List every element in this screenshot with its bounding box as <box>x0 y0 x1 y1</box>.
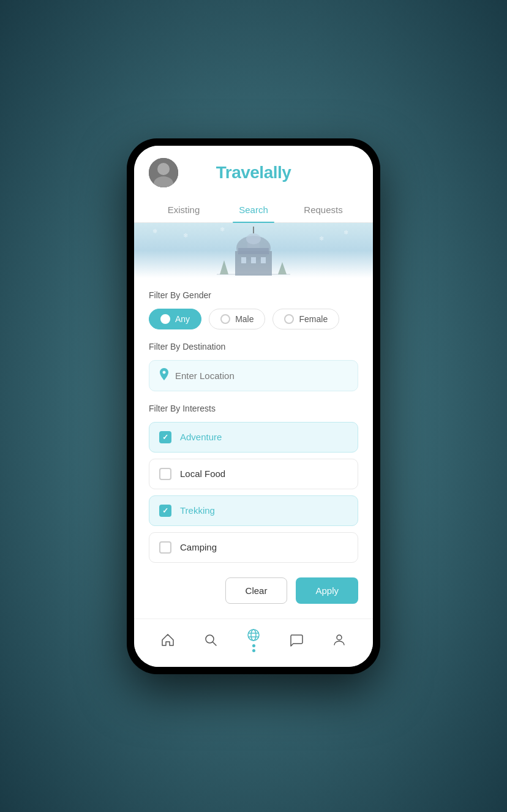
avatar[interactable] <box>149 158 178 187</box>
interest-camping-label: Camping <box>180 542 217 552</box>
interest-camping[interactable]: Camping <box>149 532 358 563</box>
gender-any-label: Any <box>175 314 190 324</box>
gender-option-any[interactable]: Any <box>149 309 201 329</box>
logo-text-main: Travel <box>216 163 264 182</box>
snowflake-1: ❄ <box>152 228 157 235</box>
checkbox-adventure: ✓ <box>159 431 171 443</box>
gender-female-label: Female <box>299 314 328 324</box>
phone-frame: Travelally Existing Search Requests ❄ ❄ … <box>127 138 380 674</box>
location-pin-icon <box>159 368 169 383</box>
interest-local-food-label: Local Food <box>180 468 225 479</box>
checkmark-trekking: ✓ <box>162 506 168 515</box>
svg-rect-9 <box>241 257 246 263</box>
checkbox-trekking: ✓ <box>159 505 171 517</box>
interests-list: ✓ Adventure Local Food ✓ Trekking Ca <box>149 422 358 563</box>
svg-rect-10 <box>251 257 256 263</box>
nav-messages[interactable] <box>289 633 304 647</box>
location-input[interactable] <box>175 370 348 381</box>
snowflake-4: ❄ <box>319 235 324 242</box>
interest-adventure[interactable]: ✓ Adventure <box>149 422 358 453</box>
bottom-nav <box>134 618 373 667</box>
radio-any <box>160 314 170 324</box>
header: Travelally <box>134 146 373 197</box>
tab-bar: Existing Search Requests <box>134 197 373 223</box>
nav-home[interactable] <box>160 633 175 647</box>
destination-filter-label: Filter By Destination <box>149 342 358 351</box>
action-buttons: Clear Apply <box>149 577 358 604</box>
search-icon <box>203 633 218 647</box>
radio-male <box>220 314 230 324</box>
gender-options: Any Male Female <box>149 309 358 329</box>
svg-marker-14 <box>278 262 287 274</box>
location-input-wrapper[interactable] <box>149 360 358 391</box>
messages-icon <box>289 633 304 647</box>
nav-globe[interactable] <box>246 628 261 652</box>
globe-icon <box>246 628 261 642</box>
interest-trekking-label: Trekking <box>180 505 215 516</box>
gender-filter-label: Filter By Gender <box>149 290 358 300</box>
checkmark-adventure: ✓ <box>162 433 168 442</box>
nav-profile[interactable] <box>332 633 347 647</box>
clear-button[interactable]: Clear <box>225 577 288 604</box>
profile-icon <box>332 633 347 647</box>
nav-active-dot <box>252 644 255 647</box>
snowflake-5: ❄ <box>344 229 348 236</box>
filter-panel: Filter By Gender Any Male Female Filter … <box>134 278 373 618</box>
svg-marker-13 <box>220 260 228 274</box>
gender-option-male[interactable]: Male <box>209 309 265 329</box>
nav-search[interactable] <box>203 633 218 647</box>
svg-point-1 <box>157 163 170 175</box>
interest-local-food[interactable]: Local Food <box>149 459 358 489</box>
checkbox-camping <box>159 541 171 554</box>
radio-female <box>284 314 294 324</box>
dome-illustration <box>217 227 290 278</box>
interest-trekking[interactable]: ✓ Trekking <box>149 495 358 526</box>
snowflake-2: ❄ <box>183 232 188 239</box>
svg-point-18 <box>251 630 256 641</box>
phone-screen: Travelally Existing Search Requests ❄ ❄ … <box>134 146 373 667</box>
home-icon <box>160 633 175 647</box>
logo-text-highlight: ally <box>264 163 291 182</box>
tab-search[interactable]: Search <box>219 197 288 222</box>
apply-button[interactable]: Apply <box>296 577 358 604</box>
app-logo: Travelally <box>178 163 329 182</box>
svg-line-16 <box>213 642 217 645</box>
svg-point-7 <box>246 233 261 244</box>
svg-point-17 <box>248 630 259 641</box>
hero-banner: ❄ ❄ ❄ ❄ ❄ <box>134 223 373 278</box>
tab-requests[interactable]: Requests <box>288 197 358 222</box>
interest-adventure-label: Adventure <box>180 432 222 442</box>
svg-rect-11 <box>261 257 266 263</box>
gender-option-female[interactable]: Female <box>272 309 339 329</box>
tab-existing[interactable]: Existing <box>149 197 219 222</box>
gender-male-label: Male <box>235 314 254 324</box>
checkbox-local-food <box>159 468 171 480</box>
interests-filter-label: Filter By Interests <box>149 404 358 413</box>
svg-point-21 <box>337 635 342 640</box>
